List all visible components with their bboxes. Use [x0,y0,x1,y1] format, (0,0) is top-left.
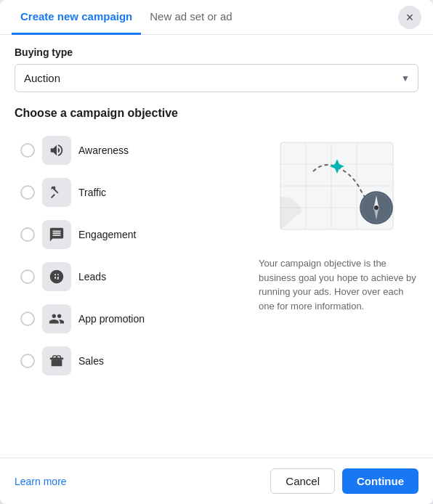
svg-point-20 [374,206,379,210]
traffic-icon [49,184,65,200]
engagement-label: Engagement [78,229,136,240]
campaign-illustration [266,131,411,248]
tab-new-ad-set[interactable]: New ad set or ad [141,0,240,35]
create-campaign-modal: Create new campaign New ad set or ad × B… [0,0,433,504]
modal-footer: Learn more Cancel Continue [0,458,433,504]
illustration-description: Your campaign objective is the business … [259,256,418,313]
app-promotion-label: App promotion [78,313,145,325]
objective-section-title: Choose a campaign objective [15,107,418,120]
radio-awareness[interactable] [20,143,35,158]
objective-item-traffic[interactable]: Traffic [15,174,247,211]
leads-label: Leads [78,271,106,283]
buying-type-dropdown[interactable]: Auction Reach and frequency ▼ [15,64,418,92]
sales-icon [49,353,65,369]
tab-create-campaign[interactable]: Create new campaign [12,0,141,35]
objective-item-awareness[interactable]: Awareness [15,131,247,169]
traffic-icon-box [42,178,71,207]
objective-item-sales[interactable]: Sales [15,342,247,380]
modal-header: Create new campaign New ad set or ad × [0,0,433,35]
sales-label: Sales [78,355,104,367]
app-promotion-icon [49,311,65,327]
radio-app-promotion[interactable] [20,312,35,326]
modal-body: Buying type Auction Reach and frequency … [0,35,433,458]
radio-leads[interactable] [20,269,35,284]
cancel-button[interactable]: Cancel [270,468,335,494]
awareness-label: Awareness [78,145,129,156]
radio-engagement[interactable] [20,227,35,242]
radio-sales[interactable] [20,354,35,368]
svg-rect-5 [52,359,62,366]
engagement-icon [49,227,65,243]
objective-layout: Awareness Traffic [15,131,418,380]
objective-list: Awareness Traffic [15,131,247,380]
objective-item-app-promotion[interactable]: App promotion [15,300,247,338]
traffic-label: Traffic [78,187,106,198]
app-promotion-icon-box [42,304,71,333]
objective-item-engagement[interactable]: Engagement [15,216,247,253]
awareness-icon-box [42,136,71,165]
buying-type-label: Buying type [15,46,418,58]
engagement-icon-box [42,220,71,249]
learn-more-link[interactable]: Learn more [15,476,67,487]
leads-icon-box [42,262,71,291]
leads-icon [49,269,65,285]
buying-type-select[interactable]: Auction Reach and frequency [15,64,418,92]
radio-traffic[interactable] [20,185,35,200]
objective-item-leads[interactable]: Leads [15,258,247,296]
footer-actions: Cancel Continue [270,468,418,494]
awareness-icon [49,142,65,158]
illustration-panel: Your campaign objective is the business … [259,131,418,380]
sales-icon-box [42,346,71,375]
close-button[interactable]: × [398,6,421,29]
continue-button[interactable]: Continue [342,468,418,494]
